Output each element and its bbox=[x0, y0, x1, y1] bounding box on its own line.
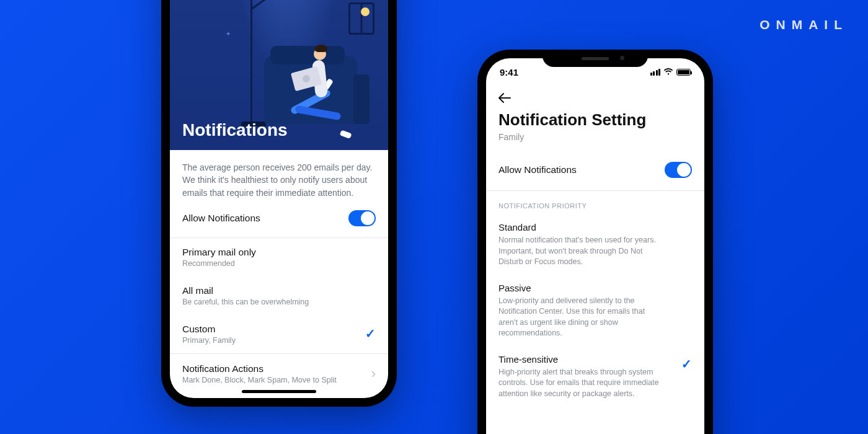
actions-subtitle: Mark Done, Block, Mark Spam, Move to Spl… bbox=[182, 376, 337, 384]
notch bbox=[542, 50, 648, 67]
priority-description: Low-priority and delivered silently to t… bbox=[498, 296, 660, 339]
allow-notifications-label: Allow Notifications bbox=[182, 213, 260, 224]
page-title: Notifications bbox=[182, 120, 288, 140]
priority-time-sensitive[interactable]: Time-sensitive High-priority alert that … bbox=[486, 347, 704, 407]
allow-notifications-toggle[interactable] bbox=[665, 162, 692, 178]
option-subtitle: Recommended bbox=[182, 259, 376, 268]
section-label-priority: NOTIFICATION PRIORITY bbox=[486, 191, 704, 215]
allow-notifications-row[interactable]: Allow Notifications bbox=[182, 199, 376, 237]
option-primary-mail[interactable]: Primary mail only Recommended bbox=[182, 238, 376, 277]
option-title: Primary mail only bbox=[182, 247, 376, 258]
allow-notifications-row[interactable]: Allow Notifications bbox=[498, 149, 692, 190]
priority-description: Normal notification that's been used for… bbox=[498, 235, 660, 268]
brand-logo: ONMAIL bbox=[760, 17, 848, 32]
priority-title: Passive bbox=[498, 283, 692, 293]
phone-frame-setting: 9:41 Notification Setting Family Allow N… bbox=[477, 50, 713, 434]
status-time: 9:41 bbox=[500, 67, 518, 78]
priority-title: Time-sensitive bbox=[498, 354, 660, 365]
option-title: Custom bbox=[182, 324, 236, 335]
cellular-icon bbox=[650, 69, 661, 76]
arrow-left-icon bbox=[498, 93, 511, 103]
option-custom[interactable]: Custom Primary, Family ✓ bbox=[182, 315, 376, 353]
option-title: All mail bbox=[182, 285, 376, 296]
checkmark-icon: ✓ bbox=[365, 327, 376, 340]
notification-actions-row[interactable]: Notification Actions Mark Done, Block, M… bbox=[182, 354, 376, 396]
screen-setting: 9:41 Notification Setting Family Allow N… bbox=[486, 58, 704, 434]
priority-passive[interactable]: Passive Low-priority and delivered silen… bbox=[486, 275, 704, 347]
hero-illustration: ✦ Notifications bbox=[170, 0, 388, 150]
checkmark-icon: ✓ bbox=[681, 358, 692, 370]
notifications-description: The average person receives 200 emails p… bbox=[182, 161, 376, 199]
priority-standard[interactable]: Standard Normal notification that's been… bbox=[486, 215, 704, 275]
phone-frame-notifications: ✦ Notifications The average person recei… bbox=[161, 0, 397, 407]
battery-icon bbox=[676, 69, 691, 76]
allow-notifications-label: Allow Notifications bbox=[498, 164, 577, 175]
wifi-icon bbox=[663, 68, 673, 76]
allow-notifications-toggle[interactable] bbox=[348, 210, 376, 226]
actions-title: Notification Actions bbox=[182, 363, 337, 374]
home-indicator[interactable] bbox=[242, 390, 316, 393]
chevron-right-icon: › bbox=[371, 366, 376, 382]
option-all-mail[interactable]: All mail Be careful, this can be overwhe… bbox=[182, 277, 376, 315]
page-title: Notification Setting bbox=[498, 110, 692, 130]
option-subtitle: Primary, Family bbox=[182, 336, 236, 345]
back-button[interactable] bbox=[486, 86, 523, 109]
screen-notifications: ✦ Notifications The average person recei… bbox=[170, 0, 388, 398]
priority-description: High-priority alert that breaks through … bbox=[498, 367, 660, 400]
priority-title: Standard bbox=[498, 222, 692, 232]
option-subtitle: Be careful, this can be overwhelming bbox=[182, 298, 376, 306]
page-subtitle: Family bbox=[498, 132, 692, 142]
